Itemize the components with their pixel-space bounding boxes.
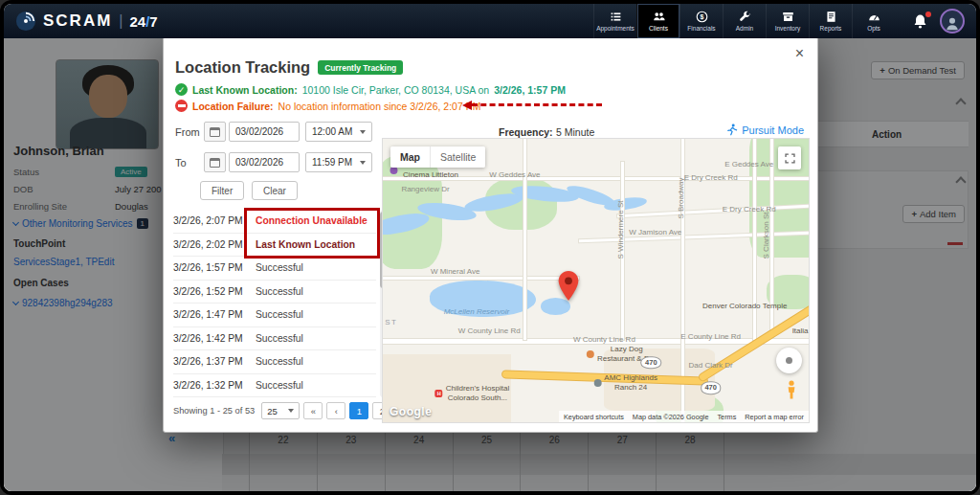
appointments-icon — [610, 11, 622, 23]
nav-item-clients[interactable]: Clients — [636, 4, 679, 38]
map-poi-label[interactable]: Denver Colorado Temple — [702, 302, 787, 311]
brand[interactable]: SCRAM | 24/7 — [15, 11, 158, 32]
pagination-showing: Showing 1 - 25 of 53 — [173, 406, 255, 416]
frequency-value: 5 Minute — [556, 126, 594, 138]
runner-icon — [725, 124, 738, 136]
map-label: 470 — [701, 382, 722, 394]
close-icon[interactable]: × — [795, 45, 804, 62]
financials-icon: $ — [696, 11, 708, 23]
map-attribution-item[interactable]: Keyboard shortcuts — [564, 413, 624, 421]
modal-title: Location Tracking — [175, 58, 310, 77]
location-time: 3/2/26, 1:42 PM — [173, 333, 256, 344]
location-row[interactable]: 3/2/26, 1:32 PMSuccessful — [173, 374, 376, 398]
map-label: W Mineral Ave — [431, 267, 479, 277]
nav-item-inventory[interactable]: Inventory — [766, 4, 809, 38]
location-row[interactable]: 3/2/26, 1:47 PMSuccessful — [173, 304, 376, 327]
map-label: W Jamison Ave — [629, 228, 681, 237]
caret-down-icon — [360, 161, 366, 165]
location-status: Successful — [256, 286, 376, 297]
annotation-red-box — [244, 208, 380, 259]
map-label: E Geddes Ave — [724, 160, 773, 169]
location-time: 3/2/26, 1:37 PM — [173, 356, 256, 367]
brand-name: SCRAM — [43, 11, 112, 31]
calendar-icon — [210, 127, 220, 137]
filter-button[interactable]: Filter — [200, 181, 244, 200]
pagination-first-button[interactable]: « — [303, 402, 323, 419]
map-label: E Dry Creek Rd — [684, 173, 738, 183]
app-window: SCRAM | 24/7 AppointmentsClients$Financi… — [4, 4, 976, 491]
to-time-select[interactable]: 11:59 PM — [305, 152, 372, 172]
street-view-pegman[interactable] — [786, 380, 797, 405]
caret-down-icon — [360, 130, 366, 134]
map-poi-icon — [587, 350, 594, 358]
map-label: ST — [385, 318, 397, 327]
nav-item-admin[interactable]: Admin — [723, 4, 766, 38]
failure-icon — [175, 100, 188, 112]
location-row[interactable]: 3/2/26, 1:37 PMSuccessful — [173, 350, 376, 374]
top-nav: SCRAM | 24/7 AppointmentsClients$Financi… — [4, 4, 976, 38]
map-attribution-item[interactable]: Terms — [717, 413, 736, 421]
map-label: E County Line Rd — [680, 332, 741, 342]
location-pin-marker[interactable] — [558, 271, 579, 304]
map-poi-label[interactable]: Italia — [792, 326, 809, 336]
google-logo[interactable]: Google — [390, 405, 432, 418]
topnav-items: AppointmentsClients$FinancialsAdminInven… — [593, 4, 895, 38]
location-status: Successful — [256, 380, 376, 391]
location-time: 3/2/26, 1:57 PM — [173, 262, 256, 273]
user-avatar[interactable] — [940, 9, 965, 34]
svg-text:$: $ — [700, 13, 703, 21]
tracking-status-badge: Currently Tracking — [318, 60, 403, 75]
fullscreen-icon — [784, 152, 796, 165]
map-label: S Broadway — [677, 178, 686, 219]
pagination-prev-button[interactable]: ‹ — [326, 402, 345, 419]
reports-icon — [825, 11, 837, 23]
location-status: Successful — [256, 309, 376, 320]
map-label: W County Line Rd — [573, 335, 635, 345]
map-label: W County Line Rd — [458, 326, 521, 336]
annotation-arrow — [472, 103, 602, 106]
map-poi-label[interactable]: AMC Highlands Ranch 24 — [593, 373, 657, 393]
map[interactable]: Alamo Drafthouse Cinema LittletonW Gedde… — [382, 138, 810, 423]
brand-suffix: 24/7 — [130, 13, 158, 30]
nav-item-appointments[interactable]: Appointments — [593, 4, 636, 38]
map-label: McLellen Reservoir — [444, 307, 509, 317]
notifications-bell[interactable] — [912, 13, 928, 30]
inventory-icon — [782, 11, 794, 23]
from-time-select[interactable]: 12:00 AM — [305, 122, 372, 142]
notification-dot — [925, 11, 931, 17]
page-button-1[interactable]: 1 — [349, 402, 368, 419]
nav-item-reports[interactable]: Reports — [809, 4, 852, 38]
map-tab[interactable]: Map — [390, 146, 430, 168]
location-row[interactable]: 3/2/26, 1:42 PMSuccessful — [173, 327, 376, 351]
from-date-picker-button[interactable] — [204, 122, 226, 142]
nav-item-financials[interactable]: $Financials — [679, 4, 723, 38]
map-attribution-item[interactable]: Report a map error — [745, 413, 804, 421]
satellite-tab[interactable]: Satellite — [430, 146, 485, 168]
location-row[interactable]: 3/2/26, 1:52 PMSuccessful — [173, 281, 376, 304]
location-failure-line: Location Failure: No location informatio… — [175, 100, 480, 112]
nav-item-label: Opts — [867, 25, 880, 32]
map-poi-icon — [593, 379, 601, 387]
nav-item-label: Inventory — [775, 25, 801, 32]
to-date-picker-button[interactable] — [204, 152, 226, 172]
map-label: 470 — [641, 356, 662, 369]
success-check-icon: ✓ — [175, 83, 188, 96]
nav-item-opts[interactable]: Opts — [852, 4, 895, 38]
location-row[interactable]: 3/2/26, 1:57 PMSuccessful — [173, 257, 376, 281]
location-time: 3/2/26, 1:52 PM — [173, 286, 256, 297]
caret-down-icon — [288, 409, 294, 413]
map-compass-control[interactable] — [776, 348, 802, 373]
map-poi-label[interactable]: HChildren's Hospital Colorado South... — [435, 384, 509, 403]
opts-icon — [868, 11, 880, 23]
fullscreen-button[interactable] — [778, 146, 801, 169]
map-labels: Alamo Drafthouse Cinema LittletonW Gedde… — [383, 139, 809, 422]
from-date-input[interactable]: 03/02/2026 — [229, 122, 300, 142]
location-time: 3/2/26, 1:47 PM — [173, 309, 256, 320]
topnav-right: AppointmentsClients$FinancialsAdminInven… — [593, 4, 965, 38]
to-date-input[interactable]: 03/02/2026 — [229, 152, 300, 172]
map-label: S Clarkson St — [762, 212, 771, 259]
map-type-toggle: Map Satellite — [390, 146, 485, 168]
page-size-select[interactable]: 25 — [261, 402, 300, 419]
pursuit-mode-link[interactable]: Pursuit Mode — [725, 124, 804, 136]
clear-button[interactable]: Clear — [252, 181, 298, 200]
